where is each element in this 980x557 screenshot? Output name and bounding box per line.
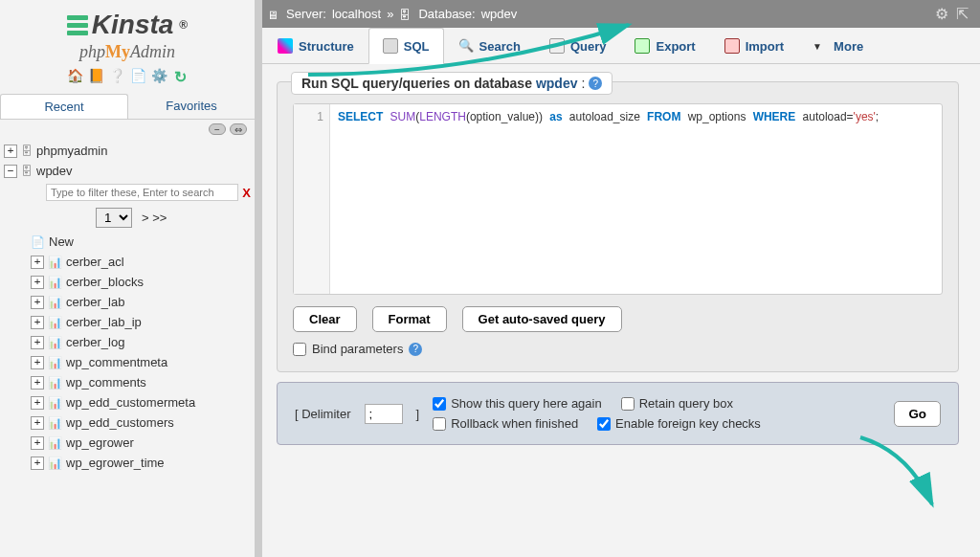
home-icon[interactable] xyxy=(67,68,82,83)
opt-rollback[interactable]: Rollback when finished xyxy=(433,416,578,431)
tree-table[interactable]: +cerber_log xyxy=(0,332,255,352)
tab-export[interactable]: Export xyxy=(620,28,709,63)
tree-table[interactable]: +wp_egrower_time xyxy=(0,453,255,473)
bind-parameters-checkbox[interactable] xyxy=(293,343,306,356)
bc-db-link[interactable]: wpdev xyxy=(481,7,518,21)
tab-query[interactable]: Query xyxy=(535,28,621,63)
expand-icon[interactable]: + xyxy=(31,416,44,430)
link-icon[interactable]: ⇔ xyxy=(230,123,247,135)
nav-settings-icon[interactable] xyxy=(151,68,167,83)
docs-icon[interactable] xyxy=(109,68,124,83)
fk-checkbox[interactable] xyxy=(597,417,611,431)
sql-footer: [ Delimiter ] Show this query here again… xyxy=(277,382,959,445)
clear-filter-icon[interactable]: X xyxy=(242,186,251,200)
kinsta-bars-icon xyxy=(67,15,88,35)
tree-table[interactable]: +cerber_blocks xyxy=(0,272,255,292)
retain-checkbox[interactable] xyxy=(621,397,635,411)
opt-fk[interactable]: Enable foreign key checks xyxy=(597,416,761,431)
tab-import[interactable]: Import xyxy=(710,28,798,63)
table-icon xyxy=(48,456,62,470)
expand-icon[interactable]: + xyxy=(31,276,44,289)
expand-icon[interactable]: + xyxy=(31,316,44,329)
top-tabs: Structure SQL Search Query Export Import… xyxy=(256,28,980,64)
tree-table[interactable]: +wp_commentmeta xyxy=(0,352,255,372)
delimiter-input[interactable] xyxy=(365,404,403,424)
tree-table[interactable]: +wp_edd_customers xyxy=(0,412,255,433)
tab-label: Structure xyxy=(299,39,354,54)
expand-icon[interactable]: + xyxy=(31,457,44,470)
legend-colon: : xyxy=(582,76,586,91)
help-icon[interactable]: ? xyxy=(589,77,602,90)
tab-structure[interactable]: Structure xyxy=(263,28,368,63)
reload-icon[interactable] xyxy=(172,68,188,83)
sidebar-nav-tabs: Recent Favorites xyxy=(0,94,255,120)
collapse-icon[interactable]: − xyxy=(4,165,17,178)
logout-icon[interactable] xyxy=(88,68,103,83)
tab-more[interactable]: More xyxy=(798,28,878,63)
table-icon xyxy=(48,275,62,289)
expand-icon[interactable]: + xyxy=(31,436,44,450)
page-settings-icon[interactable] xyxy=(935,5,948,23)
tree-label: wp_commentmeta xyxy=(66,355,167,369)
collapse-all-icon[interactable]: − xyxy=(209,123,226,135)
tree-table[interactable]: +wp_edd_customermeta xyxy=(0,392,255,412)
legend-db-link[interactable]: wpdev xyxy=(536,76,578,91)
new-icon xyxy=(31,234,45,249)
tree-new[interactable]: New xyxy=(0,232,255,252)
sql-code[interactable]: SELECT SUM(LENGTH(option_value)) as auto… xyxy=(330,104,942,294)
tree-label: wp_edd_customermeta xyxy=(66,395,195,410)
expand-icon[interactable]: + xyxy=(31,256,44,269)
table-icon xyxy=(48,255,62,269)
opt-show-again[interactable]: Show this query here again xyxy=(433,396,602,411)
expand-icon[interactable]: + xyxy=(4,145,17,158)
tree-filter-input[interactable] xyxy=(46,184,238,201)
table-icon xyxy=(48,355,62,369)
database-icon xyxy=(399,8,412,21)
line-gutter: 1 xyxy=(294,104,330,294)
help-icon[interactable]: ? xyxy=(409,343,422,356)
delimiter-label: [ Delimiter xyxy=(295,407,351,421)
bc-server-link[interactable]: localhost xyxy=(332,7,381,21)
page-top-icon[interactable] xyxy=(956,5,969,23)
sidebar: Kinsta® phpMyAdmin Recent Favorites − ⇔ … xyxy=(0,0,256,557)
sql-editor[interactable]: 1 SELECT SUM(LENGTH(option_value)) as au… xyxy=(293,103,943,295)
page-next[interactable]: > >> xyxy=(142,211,167,225)
format-button[interactable]: Format xyxy=(372,306,447,332)
tree-table[interactable]: +wp_egrower xyxy=(0,433,255,453)
go-button[interactable]: Go xyxy=(894,401,941,427)
structure-icon xyxy=(278,38,293,54)
page-select[interactable]: 1 xyxy=(96,208,132,228)
show-again-checkbox[interactable] xyxy=(433,397,446,411)
table-icon xyxy=(48,295,62,309)
export-icon xyxy=(635,38,650,54)
expand-icon[interactable]: + xyxy=(31,296,44,309)
tree-db-wpdev[interactable]: − wpdev xyxy=(0,161,255,181)
clear-button[interactable]: Clear xyxy=(293,306,357,332)
sidebar-collapse-handle[interactable] xyxy=(255,0,262,557)
tree-label: New xyxy=(49,234,74,249)
tree-table[interactable]: +cerber_acl xyxy=(0,252,255,272)
tree-table[interactable]: +cerber_lab_ip xyxy=(0,312,255,332)
tab-label: Query xyxy=(570,39,607,54)
expand-icon[interactable]: + xyxy=(31,336,44,349)
table-icon xyxy=(48,435,62,450)
tree-table[interactable]: +wp_comments xyxy=(0,372,255,392)
expand-icon[interactable]: + xyxy=(31,396,44,410)
bc-sep: » xyxy=(387,7,393,21)
tree-label: cerber_lab xyxy=(66,295,124,309)
opt-retain[interactable]: Retain query box xyxy=(621,396,733,411)
tree-table[interactable]: +cerber_lab xyxy=(0,292,255,312)
kinsta-logo: Kinsta® xyxy=(8,10,247,40)
expand-icon[interactable]: + xyxy=(31,376,44,390)
search-icon xyxy=(458,38,474,54)
tree-label: phpmyadmin xyxy=(36,144,107,158)
tab-recent[interactable]: Recent xyxy=(0,94,128,119)
tab-search[interactable]: Search xyxy=(444,28,535,63)
query-window-icon[interactable] xyxy=(130,68,145,83)
tab-favorites[interactable]: Favorites xyxy=(128,94,255,119)
tree-db-phpmyadmin[interactable]: + phpmyadmin xyxy=(0,141,255,161)
autosaved-button[interactable]: Get auto-saved query xyxy=(462,306,622,332)
tab-sql[interactable]: SQL xyxy=(368,28,444,64)
rollback-checkbox[interactable] xyxy=(433,417,446,431)
expand-icon[interactable]: + xyxy=(31,356,44,369)
